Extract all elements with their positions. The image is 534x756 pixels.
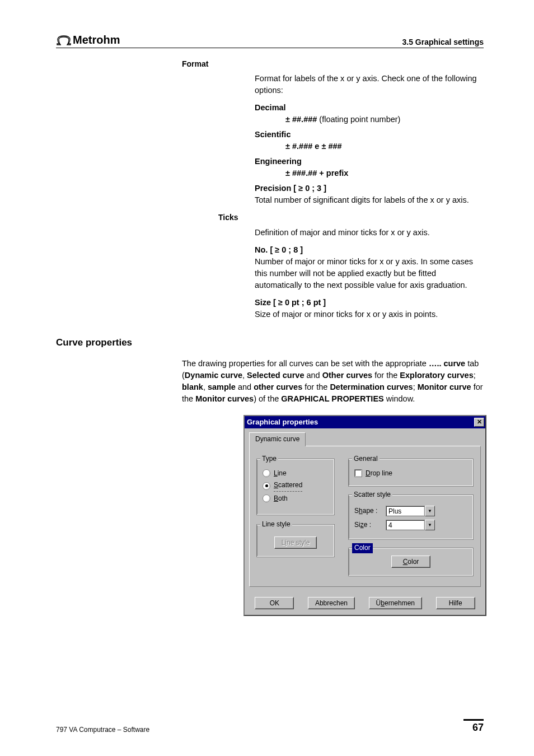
- graphical-properties-dialog: Graphical properties ✕ Dynamic curve Typ…: [243, 415, 486, 617]
- format-intro: Format for labels of the x or y axis. Ch…: [255, 73, 484, 96]
- radio-icon: [263, 494, 270, 502]
- ticks-no-desc: Number of major or minor ticks for x or …: [255, 256, 484, 291]
- size-value[interactable]: 4: [386, 520, 425, 530]
- omega-icon: [56, 35, 72, 46]
- type-legend: Type: [260, 454, 278, 464]
- linestyle-legend: Line style: [260, 520, 292, 529]
- curve-properties-title: Curve properties: [56, 336, 484, 350]
- general-legend: General: [352, 454, 380, 464]
- ok-button[interactable]: OK: [255, 597, 294, 609]
- chevron-down-icon[interactable]: ▼: [425, 506, 435, 516]
- cancel-button[interactable]: Abbrechen: [308, 597, 355, 609]
- dialog-titlebar[interactable]: Graphical properties ✕: [245, 416, 485, 429]
- checkbox-icon: [354, 469, 362, 477]
- tab-dynamic-curve[interactable]: Dynamic curve: [249, 432, 306, 446]
- precision-desc: Total number of significant digits for l…: [255, 194, 484, 206]
- color-legend: Color: [352, 543, 373, 553]
- size-label: Size :: [354, 520, 381, 530]
- size-combo[interactable]: 4 ▼: [386, 520, 435, 530]
- page-header: Metrohm 3.5 Graphical settings: [56, 34, 484, 48]
- footer-left: 797 VA Computrace – Software: [56, 726, 149, 734]
- checkbox-dropline[interactable]: Drop line: [354, 469, 467, 478]
- scientific-fmt: ± #.### e ± ###: [285, 141, 484, 152]
- line-style-button: Line style: [274, 536, 317, 549]
- shape-label: Shape :: [354, 506, 381, 516]
- decimal-label: Decimal: [255, 102, 484, 114]
- apply-button[interactable]: Übernehmen: [369, 597, 422, 609]
- ticks-heading: Ticks: [218, 212, 484, 223]
- engineering-label: Engineering: [255, 156, 484, 167]
- ticks-intro: Definition of major and minor ticks for …: [255, 227, 484, 239]
- close-icon[interactable]: ✕: [474, 418, 484, 427]
- engineering-fmt: ± ###.## + prefix: [285, 167, 484, 179]
- page-number: 67: [463, 719, 484, 734]
- help-button[interactable]: Hilfe: [436, 597, 475, 609]
- radio-icon: [263, 482, 270, 490]
- radio-line[interactable]: Line: [263, 469, 329, 478]
- ticks-size-desc: Size of major or minor ticks for x or y …: [255, 309, 484, 320]
- brand-logo: Metrohm: [56, 34, 120, 46]
- section-title: 3.5 Graphical settings: [402, 38, 484, 46]
- chevron-down-icon[interactable]: ▼: [425, 520, 435, 530]
- dialog-title: Graphical properties: [247, 417, 318, 428]
- precision-label: Precision [ ≥ 0 ; 3 ]: [255, 183, 484, 194]
- ticks-no-label: No. [ ≥ 0 ; 8 ]: [255, 244, 484, 256]
- radio-scattered[interactable]: Scattered: [263, 480, 329, 491]
- scientific-label: Scientific: [255, 129, 484, 141]
- radio-icon: [263, 469, 270, 477]
- page-footer: 797 VA Computrace – Software 67: [56, 719, 484, 734]
- radio-both[interactable]: Both: [263, 494, 329, 503]
- format-heading: Format: [182, 58, 249, 69]
- brand-text: Metrohm: [73, 34, 120, 46]
- ticks-size-label: Size [ ≥ 0 pt ; 6 pt ]: [255, 297, 484, 309]
- shape-value[interactable]: Plus: [386, 506, 425, 516]
- scatter-style-legend: Scatter style: [352, 490, 392, 500]
- color-button[interactable]: Color: [391, 556, 430, 568]
- curve-properties-paragraph: The drawing properties for all curves ca…: [182, 358, 484, 405]
- shape-combo[interactable]: Plus ▼: [386, 506, 435, 516]
